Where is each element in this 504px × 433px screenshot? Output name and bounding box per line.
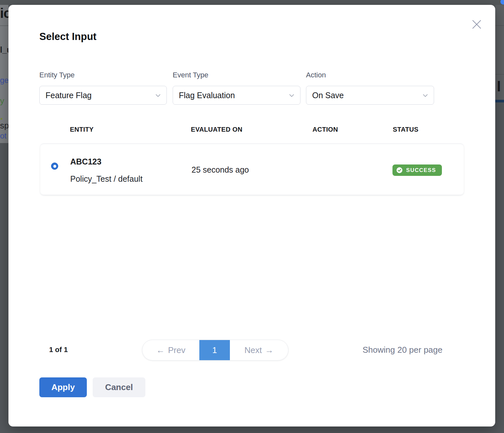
event-type-select[interactable]: Flag Evaluation bbox=[173, 86, 300, 105]
action-label: Action bbox=[306, 71, 434, 79]
background-divider bbox=[495, 74, 504, 74]
per-page-label: Showing 20 per page bbox=[363, 345, 443, 355]
column-header-entity: ENTITY bbox=[70, 126, 94, 133]
background-text-fragment: l bbox=[497, 78, 501, 95]
action-filter: Action On Save bbox=[306, 71, 434, 105]
radio-dot bbox=[53, 165, 56, 168]
close-icon bbox=[472, 20, 482, 29]
status-badge: SUCCESS bbox=[392, 164, 442, 176]
cancel-button[interactable]: Cancel bbox=[93, 377, 145, 397]
background-code-fragment: y bbox=[0, 96, 4, 106]
entity-type-value: Feature Flag bbox=[46, 91, 92, 100]
entity-type-filter: Entity Type Feature Flag bbox=[39, 71, 167, 105]
column-header-evaluated-on: EVALUATED ON bbox=[191, 126, 242, 133]
background-heading-fragment: ic bbox=[0, 6, 8, 21]
chevron-down-icon bbox=[289, 94, 294, 97]
background-code-fragment: l_u bbox=[0, 45, 8, 55]
arrow-left-icon: ← bbox=[156, 346, 165, 354]
evaluated-on-value: 25 seconds ago bbox=[192, 165, 249, 175]
entity-name: ABC123 bbox=[70, 157, 101, 166]
select-input-modal: Select Input Entity Type Feature Flag Ev… bbox=[8, 5, 495, 426]
action-value: On Save bbox=[312, 91, 344, 100]
background-code-fragment: ge bbox=[0, 76, 8, 85]
background-left-content: ic l_u ge y . sp ot bbox=[0, 5, 8, 143]
check-circle-icon bbox=[396, 167, 403, 173]
next-label: Next bbox=[245, 345, 262, 355]
event-type-label: Event Type bbox=[173, 71, 300, 79]
background-help-icon bbox=[500, 0, 504, 5]
column-header-action: ACTION bbox=[312, 126, 338, 133]
background-divider bbox=[0, 25, 8, 26]
apply-button[interactable]: Apply bbox=[39, 377, 87, 397]
next-page-button[interactable]: Next → bbox=[230, 340, 288, 360]
status-text: SUCCESS bbox=[406, 167, 436, 174]
prev-label: Prev bbox=[168, 345, 185, 355]
chevron-down-icon bbox=[155, 94, 161, 97]
screen: ic l_u ge y . sp ot l Select Input Entit… bbox=[0, 0, 504, 433]
column-header-status: STATUS bbox=[393, 126, 418, 133]
page-count: 1 of 1 bbox=[49, 346, 68, 354]
background-top-bar bbox=[0, 0, 504, 5]
entity-type-label: Entity Type bbox=[39, 71, 167, 79]
event-type-filter: Event Type Flag Evaluation bbox=[173, 71, 300, 105]
pagination-control: ← Prev 1 Next → bbox=[142, 340, 288, 361]
background-tab-underline bbox=[495, 100, 504, 102]
table-row[interactable]: ABC123 Policy_Test / default 25 seconds … bbox=[40, 144, 464, 195]
row-radio-button[interactable] bbox=[51, 163, 58, 170]
close-button[interactable] bbox=[472, 20, 482, 29]
entity-type-select[interactable]: Feature Flag bbox=[39, 86, 167, 105]
action-select[interactable]: On Save bbox=[306, 86, 434, 105]
event-type-value: Flag Evaluation bbox=[179, 91, 235, 100]
background-right-content: l bbox=[495, 5, 504, 100]
background-divider bbox=[495, 25, 504, 26]
prev-page-button[interactable]: ← Prev bbox=[142, 340, 199, 360]
arrow-right-icon: → bbox=[265, 346, 273, 354]
background-code-fragment: ot bbox=[0, 131, 7, 140]
current-page-button[interactable]: 1 bbox=[199, 340, 230, 360]
background-code-fragment: sp bbox=[0, 121, 8, 131]
modal-title: Select Input bbox=[39, 31, 97, 43]
chevron-down-icon bbox=[423, 94, 428, 97]
entity-detail: Policy_Test / default bbox=[70, 174, 142, 184]
